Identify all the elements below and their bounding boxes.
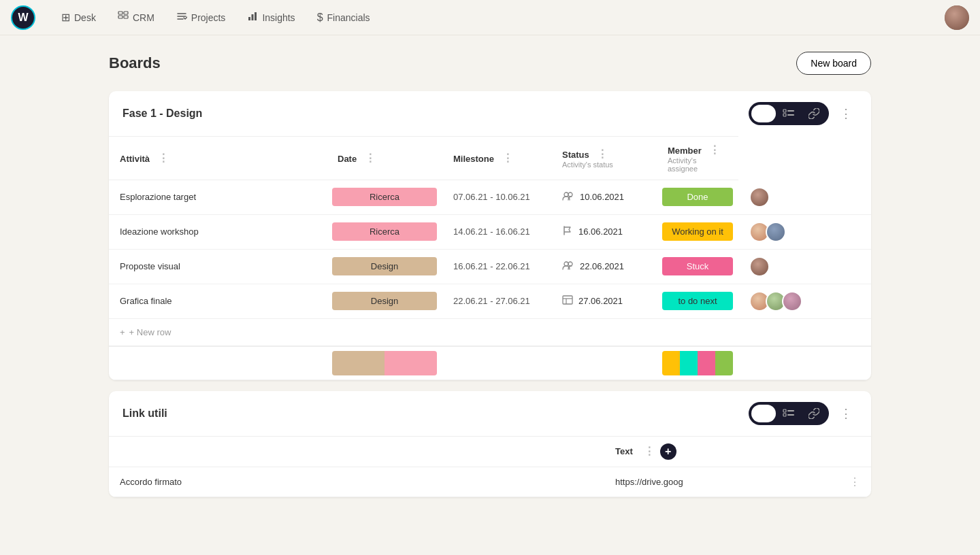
svg-rect-13: [783, 114, 786, 116]
th-dots-text[interactable]: ⋮: [644, 445, 655, 458]
th-dots-status[interactable]: ⋮: [597, 148, 608, 160]
td-category-1: Ricerca: [327, 180, 442, 215]
bar-stuck-summary: [698, 351, 715, 375]
td-member-3: [738, 249, 871, 284]
td-summary-empty: [109, 346, 327, 380]
nav-label-crm: CRM: [133, 12, 154, 23]
view-btn-link[interactable]: [802, 105, 826, 122]
bar-done-summary: [715, 351, 733, 375]
svg-rect-8: [764, 110, 768, 113]
nav-item-financials[interactable]: $ Financials: [308, 7, 380, 28]
board-more-button-link-utili[interactable]: ⋮: [834, 403, 858, 424]
td-new-row: + + New row: [109, 318, 871, 346]
td-category-4: Design: [327, 284, 442, 318]
th-dots-milestone[interactable]: ⋮: [502, 152, 513, 164]
td-status-1: Done: [657, 180, 738, 215]
svg-rect-6: [255, 12, 257, 20]
status-summary-bar: [662, 351, 733, 375]
table-row: Grafica finale Design 22.06.21 - 27.06.2…: [109, 284, 871, 318]
th-activity: Attività ⋮: [109, 137, 327, 180]
th-dots-date[interactable]: ⋮: [365, 152, 376, 164]
th-member: Member ⋮ Activity's assignee: [657, 137, 738, 180]
new-board-button[interactable]: New board: [796, 52, 871, 75]
td-category-2: Ricerca: [327, 214, 442, 249]
milestone-people-icon: [562, 191, 574, 203]
desk-icon: ⊞: [61, 11, 70, 24]
nav-item-insights[interactable]: Insights: [238, 7, 304, 29]
th-status: Status ⋮ Activity's status: [551, 137, 657, 180]
svg-point-18: [568, 262, 572, 266]
bar-ricerca: [385, 351, 437, 375]
row-dots-1[interactable]: ⋮: [849, 475, 860, 488]
view-btn-link-link[interactable]: [802, 405, 826, 422]
bar-working-summary: [662, 351, 680, 375]
table-row: Accordo firmato https://drive.goog ⋮: [109, 467, 871, 497]
td-summary-category: [327, 346, 442, 380]
nav-label-projects: Projects: [191, 12, 226, 23]
nav-label-financials: Financials: [327, 12, 370, 23]
td-date-1: 07.06.21 - 10.06.21: [442, 180, 551, 215]
nav-item-projects[interactable]: Projects: [167, 7, 235, 29]
view-toggle-link-utili: [749, 402, 829, 425]
page-title: Boards: [109, 54, 161, 72]
svg-point-15: [564, 192, 568, 197]
td-category-3: Design: [327, 249, 442, 284]
board-more-button-fase1[interactable]: ⋮: [834, 103, 858, 124]
td-link-name-1: Accordo firmato: [109, 467, 604, 497]
svg-rect-27: [787, 410, 794, 411]
new-row-button[interactable]: + + New row: [109, 319, 871, 346]
svg-rect-29: [787, 414, 794, 416]
td-status-2: Working on it: [657, 214, 738, 249]
td-status-3: Stuck: [657, 249, 738, 284]
svg-point-17: [564, 262, 568, 266]
svg-rect-0: [118, 12, 122, 14]
insights-icon: [247, 11, 258, 24]
view-btn-list[interactable]: [776, 105, 802, 122]
financials-icon: $: [317, 12, 323, 24]
td-status-4: to do next: [657, 284, 738, 318]
view-btn-grid-link[interactable]: [751, 405, 776, 422]
avatar: [782, 291, 802, 312]
td-date-3: 16.06.21 - 22.06.21: [442, 249, 551, 284]
milestone-flag-icon: [562, 225, 573, 238]
td-summary-milestone: [551, 346, 657, 380]
td-milestone-2: 16.06.2021: [551, 214, 657, 249]
td-member-2: [738, 214, 871, 249]
table-row: Proposte visual Design 16.06.21 - 22.06.…: [109, 249, 871, 284]
top-navigation: W ⊞ Desk CRM Pr: [0, 0, 980, 35]
th-dots-activity[interactable]: ⋮: [158, 152, 169, 164]
td-milestone-4: 27.06.2021: [551, 284, 657, 318]
avatar: [749, 256, 770, 277]
svg-rect-2: [118, 16, 122, 18]
nav-items: ⊞ Desk CRM Projects: [52, 7, 945, 29]
app-logo[interactable]: W: [11, 5, 35, 30]
nav-item-desk[interactable]: ⊞ Desk: [52, 7, 105, 28]
td-activity-1: Esplorazione target: [109, 180, 327, 215]
plus-icon: +: [120, 327, 125, 337]
board-table-fase1: Attività ⋮ Date ⋮ Milestone ⋮ Status ⋮: [109, 136, 871, 380]
view-btn-list-link[interactable]: [776, 405, 802, 422]
td-member-4: [738, 284, 871, 318]
th-link-name: [109, 436, 604, 467]
view-btn-grid[interactable]: [751, 105, 776, 122]
board-link-utili: Link utili: [109, 391, 871, 497]
th-dots-member[interactable]: ⋮: [709, 144, 720, 156]
td-milestone-3: 22.06.2021: [551, 249, 657, 284]
nav-label-desk: Desk: [74, 12, 96, 23]
category-summary-bar: [332, 351, 437, 375]
bar-design: [332, 351, 385, 375]
board-title-link-utili: Link utili: [122, 407, 167, 420]
svg-rect-7: [760, 110, 763, 113]
add-column-button[interactable]: +: [660, 443, 676, 460]
nav-item-crm[interactable]: CRM: [108, 7, 164, 29]
td-summary-date: [442, 346, 551, 380]
user-avatar[interactable]: [945, 5, 969, 30]
svg-rect-14: [787, 114, 794, 116]
svg-rect-11: [783, 110, 786, 112]
view-controls-fase1: ⋮: [749, 102, 858, 125]
th-link-text: Text ⋮ +: [604, 436, 871, 467]
td-summary-member: [738, 346, 871, 380]
svg-rect-9: [760, 114, 763, 118]
svg-rect-19: [563, 296, 572, 304]
board-header-fase1: Fase 1 - Design: [109, 91, 871, 136]
